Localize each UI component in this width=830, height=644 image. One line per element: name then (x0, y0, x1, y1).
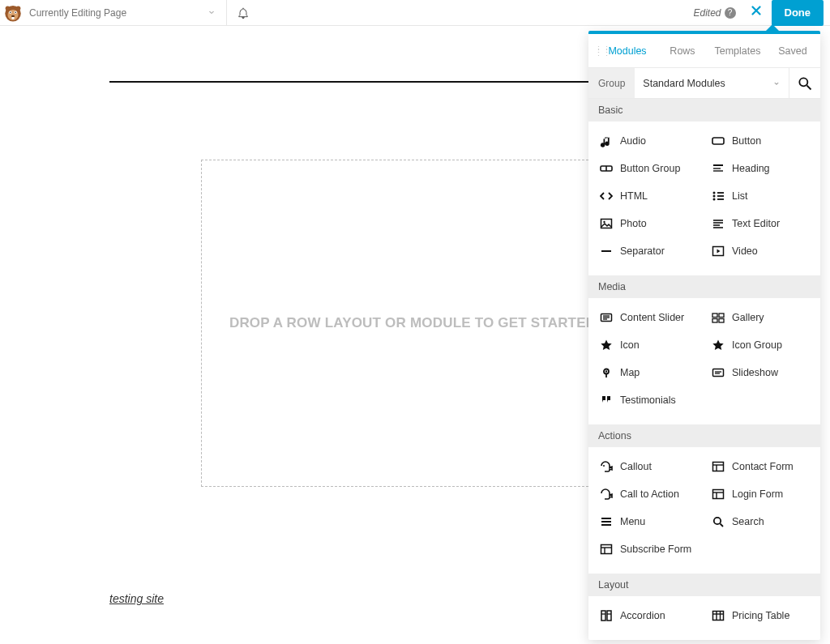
panel-scroll: Basic AudioButtonButton GroupHeadingHTML… (588, 99, 820, 640)
empty-dropzone[interactable]: DROP A ROW LAYOUT OR MODULE TO GET START… (201, 160, 629, 487)
module-label: Icon (620, 339, 640, 351)
module-gallery[interactable]: Gallery (705, 305, 815, 331)
gallery-icon (712, 311, 725, 324)
tab-templates[interactable]: Templates (710, 45, 765, 57)
module-button-group[interactable]: Button Group (593, 156, 704, 181)
section-header-actions[interactable]: Actions (588, 424, 820, 447)
video-icon (712, 245, 725, 258)
module-icon-group[interactable]: Icon Group (705, 332, 815, 358)
accordion-icon (600, 609, 613, 622)
module-label: Subscribe Form (620, 544, 691, 555)
module-slideshow[interactable]: Slideshow (705, 360, 815, 386)
module-cta[interactable]: Call to Action (593, 481, 704, 507)
icon-icon (600, 339, 613, 352)
module-label: Button Group (620, 163, 680, 174)
panel-scroll-inner[interactable]: Basic AudioButtonButton GroupHeadingHTML… (588, 99, 820, 640)
svg-rect-7 (11, 16, 14, 19)
svg-point-9 (16, 6, 21, 11)
group-filter-row: Group Standard Modules (588, 68, 820, 99)
module-label: List (732, 190, 747, 202)
module-grid-media: Content SliderGalleryIconIcon GroupMapSl… (588, 298, 820, 424)
group-label: Group (588, 68, 635, 98)
panel-drag-handle[interactable]: ⋮⋮⋮⋮ (592, 48, 600, 54)
module-login-form[interactable]: Login Form (705, 481, 815, 507)
dropzone-text: DROP A ROW LAYOUT OR MODULE TO GET START… (229, 315, 601, 331)
module-label: Callout (620, 461, 652, 472)
audio-icon (600, 134, 613, 147)
module-grid-layout: AccordionPricing Table (588, 596, 820, 640)
chevron-down-icon (207, 7, 216, 17)
module-label: Text Editor (732, 218, 780, 229)
module-separator[interactable]: Separator (593, 238, 704, 264)
module-html[interactable]: HTML (593, 183, 704, 209)
section-header-layout[interactable]: Layout (588, 574, 820, 596)
tab-saved[interactable]: Saved (765, 45, 820, 57)
module-label: Search (732, 516, 764, 527)
module-label: Testimonials (620, 395, 676, 406)
module-pricing[interactable]: Pricing Table (705, 603, 815, 629)
module-audio[interactable]: Audio (593, 128, 704, 154)
edited-status[interactable]: Edited ? (693, 7, 735, 19)
module-label: Map (620, 367, 640, 378)
module-label: Accordion (620, 610, 665, 621)
module-icon[interactable]: Icon (593, 332, 704, 358)
module-map[interactable]: Map (593, 360, 704, 386)
callout-icon (600, 460, 613, 473)
module-label: Photo (620, 218, 647, 229)
module-label: Menu (620, 516, 645, 527)
module-label: Video (732, 245, 758, 257)
svg-point-4 (10, 11, 11, 13)
module-video[interactable]: Video (705, 238, 815, 264)
module-search[interactable]: Search (705, 509, 815, 535)
button-group-icon (600, 162, 613, 175)
module-label: Gallery (732, 312, 764, 323)
module-callout[interactable]: Callout (593, 454, 704, 480)
topbar-left: Currently Editing Page (0, 0, 227, 25)
module-accordion[interactable]: Accordion (593, 603, 704, 629)
module-heading[interactable]: Heading (705, 156, 815, 181)
app-logo[interactable] (0, 0, 26, 26)
module-testimonials[interactable]: Testimonials (593, 387, 704, 413)
photo-icon (600, 217, 613, 230)
beaver-logo-icon (2, 2, 24, 23)
section-header-media[interactable]: Media (588, 275, 820, 298)
slideshow-icon (712, 366, 725, 379)
module-label: Content Slider (620, 312, 684, 323)
module-label: Heading (732, 163, 770, 174)
module-label: HTML (620, 190, 648, 202)
module-grid-actions: CalloutContact FormCall to ActionLogin F… (588, 447, 820, 574)
module-list[interactable]: List (705, 183, 815, 209)
heading-icon (712, 162, 725, 175)
svg-point-5 (15, 11, 16, 13)
notifications-button[interactable] (227, 0, 259, 25)
module-contact-form[interactable]: Contact Form (705, 454, 815, 480)
module-label: Contact Form (732, 461, 794, 472)
bell-icon (237, 6, 250, 19)
module-grid-basic: AudioButtonButton GroupHeadingHTMLListPh… (588, 122, 820, 275)
content-area: DROP A ROW LAYOUT OR MODULE TO GET START… (0, 26, 830, 644)
search-icon (712, 515, 725, 528)
module-menu[interactable]: Menu (593, 509, 704, 535)
help-icon: ? (725, 7, 736, 19)
title-dropdown-toggle[interactable] (203, 2, 220, 23)
testimonials-icon (600, 394, 613, 407)
site-title-link[interactable]: testing site (109, 592, 164, 605)
page-title-label: Currently Editing Page (29, 7, 126, 19)
close-icon (749, 3, 764, 18)
module-subscribe[interactable]: Subscribe Form (593, 536, 704, 562)
tab-rows[interactable]: Rows (655, 45, 710, 57)
done-button[interactable]: Done (772, 0, 824, 26)
map-icon (600, 366, 613, 379)
edited-label: Edited (693, 7, 721, 19)
module-label: Separator (620, 245, 665, 257)
panel-search-button[interactable] (789, 68, 820, 98)
module-photo[interactable]: Photo (593, 211, 704, 237)
group-select[interactable]: Standard Modules (635, 68, 789, 98)
module-label: Slideshow (732, 367, 778, 378)
tab-modules[interactable]: Modules (600, 45, 655, 57)
module-text-editor[interactable]: Text Editor (705, 211, 815, 237)
module-button[interactable]: Button (705, 128, 815, 154)
module-content-slider[interactable]: Content Slider (593, 305, 704, 331)
section-header-basic[interactable]: Basic (588, 99, 820, 122)
close-panel-button[interactable] (741, 3, 772, 22)
